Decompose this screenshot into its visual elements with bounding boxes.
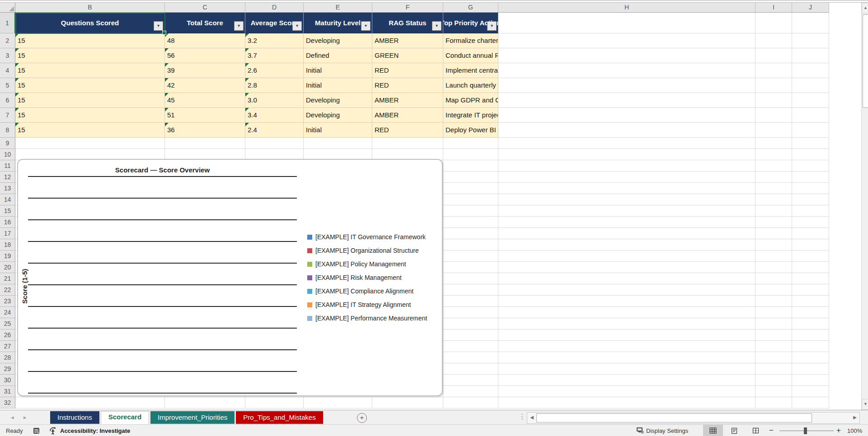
view-normal-button[interactable] [703, 425, 723, 436]
row-header-13[interactable]: 13 [0, 183, 15, 194]
cell-I32[interactable] [755, 397, 792, 408]
row-header-5[interactable]: 5 [0, 78, 15, 93]
column-header-I[interactable]: I [755, 3, 792, 13]
cell-E32[interactable] [304, 397, 372, 408]
cell-H4[interactable] [498, 63, 755, 78]
cell-C9[interactable] [165, 138, 245, 149]
cell-I20[interactable] [755, 262, 792, 273]
cell-H15[interactable] [498, 205, 755, 217]
cell-I22[interactable] [755, 284, 792, 296]
cell-J32[interactable] [792, 397, 829, 408]
cell-C32[interactable] [165, 397, 245, 408]
cell-H2[interactable] [498, 33, 755, 48]
cell-H24[interactable] [498, 307, 755, 318]
cell-G12[interactable] [443, 172, 498, 183]
header-cell-D1[interactable]: Average Score▾ [245, 13, 304, 33]
row-header-1[interactable]: 1 [0, 13, 15, 33]
cell-J10[interactable] [792, 149, 829, 160]
horizontal-scrollbar-thumb[interactable] [536, 413, 812, 422]
cell-J13[interactable] [792, 183, 829, 194]
row-header-22[interactable]: 22 [0, 284, 15, 296]
column-header-B[interactable]: B [15, 3, 165, 13]
cell-G2[interactable]: Formalize charter ratification process w… [443, 33, 498, 48]
cell-J17[interactable] [792, 228, 829, 239]
cell-G13[interactable] [443, 183, 498, 194]
cell-J11[interactable] [792, 160, 829, 172]
cell-B9[interactable] [15, 138, 165, 149]
column-header-J[interactable]: J [792, 3, 829, 13]
cell-J2[interactable] [792, 33, 829, 48]
cell-I12[interactable] [755, 172, 792, 183]
cell-D6[interactable]: 3.0 [245, 93, 304, 108]
cell-H5[interactable] [498, 78, 755, 93]
cell-F3[interactable]: GREEN [372, 48, 443, 63]
row-header-17[interactable]: 17 [0, 228, 15, 239]
scroll-left-arrow-icon[interactable]: ◀ [528, 414, 535, 421]
cell-G10[interactable] [443, 149, 498, 160]
cell-G8[interactable]: Deploy Power BI dashboard for KPI tracki… [443, 123, 498, 138]
row-header-30[interactable]: 30 [0, 375, 15, 386]
cell-J20[interactable] [792, 262, 829, 273]
cell-G24[interactable] [443, 307, 498, 318]
cell-J16[interactable] [792, 217, 829, 228]
cell-B7[interactable]: 15 [15, 108, 165, 123]
cell-H18[interactable] [498, 239, 755, 250]
add-sheet-button[interactable]: + [357, 413, 367, 423]
filter-dropdown-icon[interactable]: ▾ [361, 21, 371, 31]
row-header-7[interactable]: 7 [0, 108, 15, 123]
cell-I11[interactable] [755, 160, 792, 172]
cell-I2[interactable] [755, 33, 792, 48]
cell-C2[interactable]: 48 [165, 33, 245, 48]
cell-I23[interactable] [755, 296, 792, 307]
column-header-D[interactable]: D [245, 3, 304, 13]
cell-H22[interactable] [498, 284, 755, 296]
cell-G18[interactable] [443, 239, 498, 250]
view-page-layout-button[interactable] [724, 425, 744, 436]
cell-H17[interactable] [498, 228, 755, 239]
cell-G5[interactable]: Launch quarterly risk workshops facilita… [443, 78, 498, 93]
cell-H11[interactable] [498, 160, 755, 172]
tab-splitter-handle[interactable]: ⋮ [519, 413, 525, 421]
cell-C8[interactable]: 36 [165, 123, 245, 138]
cell-J1[interactable] [792, 13, 829, 33]
cell-H6[interactable] [498, 93, 755, 108]
vertical-scrollbar-thumb[interactable] [863, 14, 868, 108]
filter-dropdown-icon[interactable]: ▾ [234, 21, 244, 31]
cell-D4[interactable]: 2.6 [245, 63, 304, 78]
cell-G25[interactable] [443, 318, 498, 329]
row-header-28[interactable]: 28 [0, 352, 15, 363]
cell-G6[interactable]: Map GDPR and CCPA requirements to intern… [443, 93, 498, 108]
cell-G3[interactable]: Conduct annual RACI review with departme… [443, 48, 498, 63]
view-page-break-button[interactable] [746, 425, 765, 436]
cell-H16[interactable] [498, 217, 755, 228]
cell-I3[interactable] [755, 48, 792, 63]
row-header-21[interactable]: 21 [0, 273, 15, 284]
cell-C7[interactable]: 51 [165, 108, 245, 123]
cell-G31[interactable] [443, 386, 498, 397]
cell-H10[interactable] [498, 149, 755, 160]
cell-H19[interactable] [498, 250, 755, 262]
cell-B2[interactable]: 15 [15, 33, 165, 48]
zoom-slider-thumb[interactable] [804, 427, 807, 434]
macro-record-icon[interactable] [33, 425, 40, 436]
row-header-4[interactable]: 4 [0, 63, 15, 78]
cell-G19[interactable] [443, 250, 498, 262]
scroll-right-arrow-icon[interactable]: ▶ [851, 414, 859, 421]
cell-H28[interactable] [498, 352, 755, 363]
cell-F5[interactable]: RED [372, 78, 443, 93]
cell-D9[interactable] [245, 138, 304, 149]
cell-I6[interactable] [755, 93, 792, 108]
cell-D5[interactable]: 2.8 [245, 78, 304, 93]
cell-E4[interactable]: Initial [304, 63, 372, 78]
cell-H8[interactable] [498, 123, 755, 138]
cell-I21[interactable] [755, 273, 792, 284]
cell-J31[interactable] [792, 386, 829, 397]
cell-J21[interactable] [792, 273, 829, 284]
cell-H20[interactable] [498, 262, 755, 273]
cell-H29[interactable] [498, 363, 755, 375]
cell-J6[interactable] [792, 93, 829, 108]
cell-H9[interactable] [498, 138, 755, 149]
cell-G20[interactable] [443, 262, 498, 273]
cell-F32[interactable] [372, 397, 443, 408]
cell-J12[interactable] [792, 172, 829, 183]
